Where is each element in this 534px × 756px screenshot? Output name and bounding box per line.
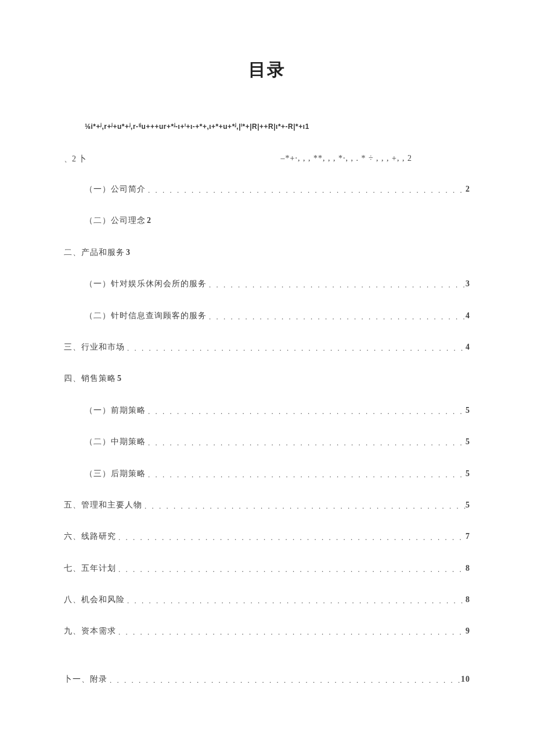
- toc-label: 九、资本需求: [64, 625, 116, 638]
- toc-leader-dots: . . . . . . . . . . . . . . . . . . . . …: [146, 437, 466, 449]
- toc-page-number: 2: [147, 214, 151, 227]
- toc-label: （一）前期策略: [85, 404, 146, 417]
- toc-page-number: 8: [466, 562, 470, 575]
- toc-label: （二）公司理念: [85, 214, 146, 227]
- toc-leader-dots: . . . . . . . . . . . . . . . . . . . . …: [125, 343, 466, 355]
- toc-label: 六、线路研究: [64, 530, 116, 543]
- toc-label: （一）针对娱乐休闲会所的服务: [85, 278, 207, 290]
- toc-leader-dots: . . . . . . . . . . . . . . . . . . . . …: [207, 279, 466, 291]
- toc-row: 三、行业和市场. . . . . . . . . . . . . . . . .…: [64, 341, 470, 354]
- toc-row: （一）针对娱乐休闲会所的服务. . . . . . . . . . . . . …: [64, 278, 470, 290]
- toc-label: 二、产品和服务: [64, 246, 125, 259]
- toc-row: （一）前期策略. . . . . . . . . . . . . . . . .…: [64, 404, 470, 417]
- toc-leader-dots: . . . . . . . . . . . . . . . . . . . . …: [116, 564, 466, 576]
- toc-leader-dots: . . . . . . . . . . . . . . . . . . . . …: [146, 185, 466, 197]
- toc-leader-dots: . . . . . . . . . . . . . . . . . . . . …: [142, 501, 466, 513]
- toc-page-number: 7: [466, 530, 470, 543]
- toc-page-number: 10: [461, 673, 470, 686]
- toc-leader-dots: . . . . . . . . . . . . . . . . . . . . …: [146, 406, 466, 418]
- toc-page-number: 3: [126, 246, 131, 259]
- page-title: 目录: [64, 58, 470, 82]
- toc-label: 五、管理和主要人物: [64, 499, 142, 512]
- toc-leader-dots: . . . . . . . . . . . . . . . . . . . . …: [116, 532, 466, 544]
- toc-label: 四、销售策略: [64, 372, 116, 385]
- toc-label: （二）中期策略: [85, 435, 146, 448]
- toc-page-number: 4: [466, 309, 470, 322]
- toc-label: 卜一、附录: [64, 673, 107, 686]
- toc-row: （一）公司简介. . . . . . . . . . . . . . . . .…: [64, 183, 470, 196]
- toc-leader-dots: . . . . . . . . . . . . . . . . . . . . …: [116, 627, 466, 639]
- toc-row: 卜一、附录. . . . . . . . . . . . . . . . . .…: [64, 673, 470, 686]
- toc-page-number: 5: [117, 372, 122, 385]
- document-page: 目录 ⅛i*+ʲ,r+ʲ+u*+ʲ,r-ˡʲu+++ur+*ʲ-ι+ˡ+ι-+*…: [0, 0, 534, 751]
- toc-leader-dots: . . . . . . . . . . . . . . . . . . . . …: [207, 311, 466, 323]
- toc-row: 五、管理和主要人物. . . . . . . . . . . . . . . .…: [64, 499, 470, 512]
- toc-row: 四、销售策略 5: [64, 372, 470, 385]
- toc-page-number: 2: [466, 183, 470, 196]
- toc-split-row: 、2 卜 –*+·, , , **, , , *·, , . * ÷ , , ,…: [64, 154, 470, 164]
- toc-row: 六、线路研究. . . . . . . . . . . . . . . . . …: [64, 530, 470, 543]
- toc-leader-dots: . . . . . . . . . . . . . . . . . . . . …: [107, 675, 461, 687]
- toc-page-number: 3: [466, 278, 470, 290]
- toc-label: 七、五年计划: [64, 562, 116, 575]
- toc-container: （一）公司简介. . . . . . . . . . . . . . . . .…: [64, 183, 470, 686]
- toc-row: 二、产品和服务 3: [64, 246, 470, 259]
- toc-page-number: 8: [466, 593, 470, 606]
- toc-leader-dots: . . . . . . . . . . . . . . . . . . . . …: [125, 595, 466, 607]
- toc-split-left: 、2 卜: [64, 154, 86, 164]
- toc-row: 七、五年计划. . . . . . . . . . . . . . . . . …: [64, 562, 470, 575]
- toc-split-right: –*+·, , , **, , , *·, , . * ÷ , , , +, ,…: [281, 154, 470, 164]
- toc-row: 九、资本需求. . . . . . . . . . . . . . . . . …: [64, 625, 470, 638]
- ocr-garble-line: ⅛i*+ʲ,r+ʲ+u*+ʲ,r-ˡʲu+++ur+*ʲ-ι+ˡ+ι-+*+,ι…: [85, 123, 470, 131]
- toc-row: （二）中期策略. . . . . . . . . . . . . . . . .…: [64, 435, 470, 448]
- toc-row: （二）针时信息查询顾客的服务. . . . . . . . . . . . . …: [64, 309, 470, 322]
- toc-leader-dots: . . . . . . . . . . . . . . . . . . . . …: [146, 469, 466, 481]
- toc-page-number: 5: [466, 404, 470, 417]
- toc-label: （一）公司简介: [85, 183, 146, 196]
- toc-page-number: 4: [466, 341, 470, 354]
- toc-label: （三）后期策略: [85, 467, 146, 480]
- toc-label: 八、机会和风险: [64, 593, 125, 606]
- toc-row: 八、机会和风险. . . . . . . . . . . . . . . . .…: [64, 593, 470, 606]
- toc-label: 三、行业和市场: [64, 341, 125, 354]
- toc-page-number: 9: [466, 625, 470, 638]
- toc-page-number: 5: [466, 435, 470, 448]
- toc-page-number: 5: [466, 499, 470, 512]
- toc-label: （二）针时信息查询顾客的服务: [85, 309, 207, 322]
- toc-row: （三）后期策略. . . . . . . . . . . . . . . . .…: [64, 467, 470, 480]
- toc-row: （二）公司理念 2: [64, 214, 470, 227]
- toc-page-number: 5: [466, 467, 470, 480]
